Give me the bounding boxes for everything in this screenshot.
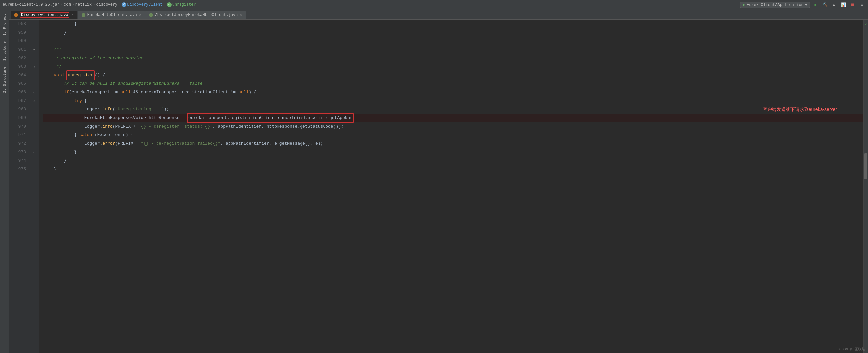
code-line-973: } — [43, 148, 863, 156]
code-972-p: ( — [115, 139, 118, 148]
code-972-dot: . — [100, 139, 102, 148]
main-layout: 1: Project Structure Z: Structure Discov… — [0, 10, 868, 353]
code-968-logger: Logger — [85, 105, 100, 114]
code-968-p: ( — [113, 105, 115, 114]
sidebar-tabs: 1: Project Structure Z: Structure — [0, 10, 9, 353]
debug-button[interactable]: ⚙ — [831, 1, 838, 8]
code-970-p: ( — [113, 122, 115, 131]
breadcrumb-com: com — [64, 2, 71, 7]
code-970-str: "{} - deregister status: {}" — [138, 122, 213, 131]
code-966-p2: && eurekaTransport.registrationClient != — [130, 88, 238, 97]
code-line-972: Logger.error(PREFIX + "{} - de-registrat… — [43, 139, 863, 148]
code-971-indent: } — [43, 131, 79, 139]
tab-icon-2 — [82, 13, 86, 17]
build-button[interactable]: 🔨 — [821, 1, 829, 8]
code-line-971: } catch (Exception e) { — [43, 131, 863, 139]
tab-close-3[interactable]: × — [240, 13, 242, 17]
stop-button[interactable]: ⏹ — [849, 1, 856, 8]
code-966-null1: null — [120, 88, 130, 97]
code-975-content: } — [43, 165, 56, 173]
code-966-if: if — [64, 88, 69, 97]
code-964-kw: void — [54, 71, 64, 79]
more-button[interactable]: ≡ — [858, 1, 865, 8]
code-972-logger: Logger — [85, 139, 100, 148]
run-config-label: EurekaClientAApplication — [747, 3, 804, 7]
coverage-button[interactable]: 📊 — [840, 1, 847, 8]
code-line-975: } — [43, 165, 863, 173]
toolbar-right: ▶ EurekaClientAApplication ▼ ▶ 🔨 ⚙ 📊 ⏹ ≡ — [740, 1, 865, 8]
tab-icon-1 — [14, 13, 18, 17]
code-964-space — [64, 71, 66, 79]
code-line-963: */ — [43, 62, 863, 71]
sep2: › — [72, 2, 74, 7]
code-line-965: // It can be null if shouldRegisterWithE… — [43, 79, 863, 88]
code-line-969: EurekaHttpResponse<Void> httpResponse = … — [43, 114, 863, 122]
code-969-gt: > httpResponse = — [143, 114, 187, 122]
gutter-962 — [29, 54, 39, 62]
gutter-965 — [29, 79, 39, 88]
code-968-indent — [43, 105, 85, 114]
code-line-961: /** — [43, 45, 863, 54]
code-line-960 — [43, 37, 863, 45]
code-966-null2: null — [238, 88, 249, 97]
breadcrumb: eureka-client-1.9.25.jar › com › netflix… — [3, 2, 739, 7]
tab-close-2[interactable]: × — [139, 13, 142, 17]
tab-label-1: DiscoveryClient.java — [20, 12, 69, 18]
run-config-icon: ▶ — [743, 2, 745, 7]
code-line-964: void unregister() { — [43, 71, 863, 79]
top-bar: eureka-client-1.9.25.jar › com › netflix… — [0, 0, 868, 10]
line-numbers: 958 959 960 961 962 963 964 965 966 967 … — [9, 20, 29, 353]
tab-eureka-http-client[interactable]: EurekaHttpClient.java × — [78, 10, 145, 20]
tab-abstract-jersey[interactable]: AbstractJerseyEurekaHttpClient.java × — [145, 10, 246, 20]
gutter-961: ≡ — [29, 45, 39, 54]
tabs-bar: DiscoveryClient.java × EurekaHttpClient.… — [9, 10, 868, 20]
code-972-plus: + — [133, 139, 141, 148]
code-964-rest: () { — [95, 71, 105, 79]
code-970-dot: . — [100, 122, 102, 131]
code-968-end: ); — [164, 105, 169, 114]
code-971-p2: e) { — [120, 131, 133, 139]
code-line-967: try { — [43, 97, 863, 105]
code-971-p1: ( — [92, 131, 97, 139]
sidebar-tab-z-structure[interactable]: Z: Structure — [1, 64, 8, 95]
code-972-end: , appPathIdentifier, e.getMessage(), e); — [220, 139, 323, 148]
code-970-plus: + — [130, 122, 138, 131]
run-button[interactable]: ▶ — [812, 1, 819, 8]
code-970-prefix: PREFIX — [115, 122, 130, 131]
gutter-958 — [29, 20, 39, 28]
code-972-error: error — [102, 139, 115, 148]
code-967-indent — [43, 97, 74, 105]
sep3: › — [93, 2, 95, 7]
tab-label-3: AbstractJerseyEurekaHttpClient.java — [155, 13, 238, 18]
code-972-prefix: PREFIX — [118, 139, 133, 148]
sep4: › — [118, 2, 121, 7]
code-973-content: } — [43, 148, 76, 156]
code-969-void: Void — [133, 114, 143, 122]
code-line-962: * unregister w/ the eureka service. — [43, 54, 863, 62]
right-scrollbar[interactable]: ✓ — [863, 20, 868, 353]
watermark: CSDN @ 互联结 — [839, 347, 865, 352]
code-970-info: info — [102, 122, 113, 131]
code-966-p3: ) { — [249, 88, 256, 97]
code-971-exc: Exception — [97, 131, 120, 139]
code-970-indent — [43, 122, 85, 131]
tab-icon-3 — [149, 13, 153, 17]
tab-discovery-client[interactable]: DiscoveryClient.java × — [10, 10, 77, 20]
tab-close-1[interactable]: × — [71, 13, 74, 17]
sidebar-tab-structure[interactable]: Structure — [1, 39, 8, 63]
run-config-selector[interactable]: ▶ EurekaClientAApplication ▼ — [740, 2, 810, 8]
code-line-974: } — [43, 156, 863, 165]
gutter-964 — [29, 71, 39, 79]
code-969-redbox: eurekaTransport.registrationClient.cance… — [187, 113, 354, 123]
code-line-966: if(eurekaTransport != null && eurekaTran… — [43, 88, 863, 97]
code-971-catch: catch — [79, 131, 92, 139]
gutter-973: ◇ — [29, 148, 39, 156]
code-959-content: } — [43, 28, 66, 37]
editor-area: DiscoveryClient.java × EurekaHttpClient.… — [9, 10, 868, 353]
code-969-type: EurekaHttpResponse — [85, 114, 130, 122]
breadcrumb-method: munregister — [167, 2, 196, 7]
code-966-indent — [43, 88, 64, 97]
code-line-970: Logger.info(PREFIX + "{} - deregister st… — [43, 122, 863, 131]
sidebar-tab-project[interactable]: 1: Project — [1, 11, 8, 38]
breadcrumb-discovery: discovery — [96, 2, 117, 7]
